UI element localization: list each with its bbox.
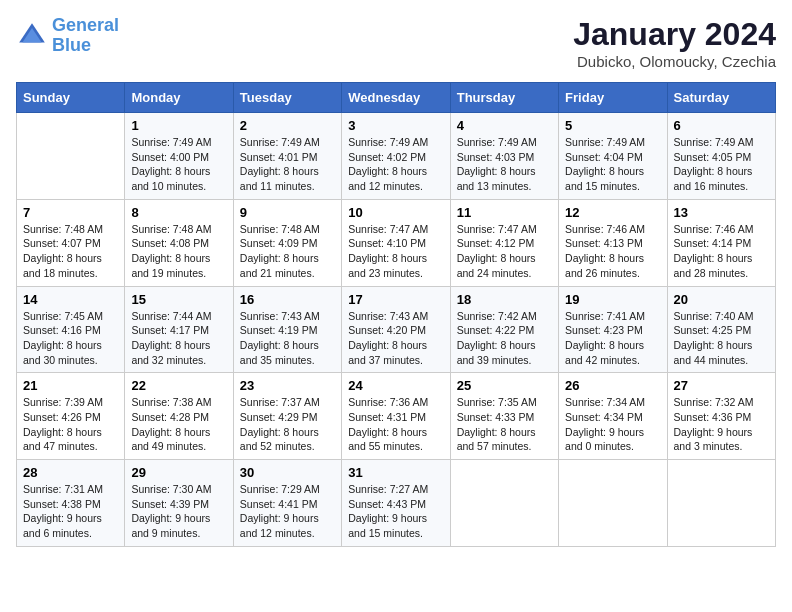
day-number: 18 [457, 292, 552, 307]
day-info: Sunrise: 7:46 AMSunset: 4:13 PMDaylight:… [565, 222, 660, 281]
day-number: 11 [457, 205, 552, 220]
day-number: 30 [240, 465, 335, 480]
day-number: 10 [348, 205, 443, 220]
day-info: Sunrise: 7:27 AMSunset: 4:43 PMDaylight:… [348, 482, 443, 541]
day-cell: 11Sunrise: 7:47 AMSunset: 4:12 PMDayligh… [450, 199, 558, 286]
day-number: 26 [565, 378, 660, 393]
day-info: Sunrise: 7:41 AMSunset: 4:23 PMDaylight:… [565, 309, 660, 368]
header-cell-thursday: Thursday [450, 83, 558, 113]
day-number: 16 [240, 292, 335, 307]
day-info: Sunrise: 7:37 AMSunset: 4:29 PMDaylight:… [240, 395, 335, 454]
day-number: 5 [565, 118, 660, 133]
logo: General Blue [16, 16, 119, 56]
logo-icon [16, 20, 48, 52]
day-info: Sunrise: 7:42 AMSunset: 4:22 PMDaylight:… [457, 309, 552, 368]
header-cell-saturday: Saturday [667, 83, 775, 113]
week-row-1: 1Sunrise: 7:49 AMSunset: 4:00 PMDaylight… [17, 113, 776, 200]
day-info: Sunrise: 7:32 AMSunset: 4:36 PMDaylight:… [674, 395, 769, 454]
day-number: 4 [457, 118, 552, 133]
day-info: Sunrise: 7:47 AMSunset: 4:12 PMDaylight:… [457, 222, 552, 281]
day-cell: 3Sunrise: 7:49 AMSunset: 4:02 PMDaylight… [342, 113, 450, 200]
day-cell: 4Sunrise: 7:49 AMSunset: 4:03 PMDaylight… [450, 113, 558, 200]
header-cell-tuesday: Tuesday [233, 83, 341, 113]
day-info: Sunrise: 7:45 AMSunset: 4:16 PMDaylight:… [23, 309, 118, 368]
day-cell: 20Sunrise: 7:40 AMSunset: 4:25 PMDayligh… [667, 286, 775, 373]
day-info: Sunrise: 7:43 AMSunset: 4:19 PMDaylight:… [240, 309, 335, 368]
day-cell: 17Sunrise: 7:43 AMSunset: 4:20 PMDayligh… [342, 286, 450, 373]
logo-line1: General [52, 15, 119, 35]
day-number: 15 [131, 292, 226, 307]
day-cell: 7Sunrise: 7:48 AMSunset: 4:07 PMDaylight… [17, 199, 125, 286]
logo-text: General Blue [52, 16, 119, 56]
week-row-4: 21Sunrise: 7:39 AMSunset: 4:26 PMDayligh… [17, 373, 776, 460]
day-number: 3 [348, 118, 443, 133]
day-cell: 24Sunrise: 7:36 AMSunset: 4:31 PMDayligh… [342, 373, 450, 460]
day-cell: 12Sunrise: 7:46 AMSunset: 4:13 PMDayligh… [559, 199, 667, 286]
day-cell: 21Sunrise: 7:39 AMSunset: 4:26 PMDayligh… [17, 373, 125, 460]
day-number: 1 [131, 118, 226, 133]
day-info: Sunrise: 7:43 AMSunset: 4:20 PMDaylight:… [348, 309, 443, 368]
header-cell-sunday: Sunday [17, 83, 125, 113]
day-info: Sunrise: 7:29 AMSunset: 4:41 PMDaylight:… [240, 482, 335, 541]
day-cell: 27Sunrise: 7:32 AMSunset: 4:36 PMDayligh… [667, 373, 775, 460]
day-cell: 29Sunrise: 7:30 AMSunset: 4:39 PMDayligh… [125, 460, 233, 547]
day-cell [450, 460, 558, 547]
day-cell: 13Sunrise: 7:46 AMSunset: 4:14 PMDayligh… [667, 199, 775, 286]
main-title: January 2024 [573, 16, 776, 53]
day-cell: 8Sunrise: 7:48 AMSunset: 4:08 PMDaylight… [125, 199, 233, 286]
day-number: 13 [674, 205, 769, 220]
day-number: 9 [240, 205, 335, 220]
day-number: 29 [131, 465, 226, 480]
day-number: 22 [131, 378, 226, 393]
day-number: 6 [674, 118, 769, 133]
day-number: 14 [23, 292, 118, 307]
day-cell: 14Sunrise: 7:45 AMSunset: 4:16 PMDayligh… [17, 286, 125, 373]
day-number: 27 [674, 378, 769, 393]
week-row-3: 14Sunrise: 7:45 AMSunset: 4:16 PMDayligh… [17, 286, 776, 373]
logo-line2: Blue [52, 35, 91, 55]
day-cell: 31Sunrise: 7:27 AMSunset: 4:43 PMDayligh… [342, 460, 450, 547]
page-header: General Blue January 2024 Dubicko, Olomo… [16, 16, 776, 70]
day-number: 2 [240, 118, 335, 133]
day-cell: 10Sunrise: 7:47 AMSunset: 4:10 PMDayligh… [342, 199, 450, 286]
day-number: 12 [565, 205, 660, 220]
day-cell: 2Sunrise: 7:49 AMSunset: 4:01 PMDaylight… [233, 113, 341, 200]
day-info: Sunrise: 7:49 AMSunset: 4:04 PMDaylight:… [565, 135, 660, 194]
day-number: 28 [23, 465, 118, 480]
header-cell-friday: Friday [559, 83, 667, 113]
day-number: 31 [348, 465, 443, 480]
day-cell: 15Sunrise: 7:44 AMSunset: 4:17 PMDayligh… [125, 286, 233, 373]
day-info: Sunrise: 7:39 AMSunset: 4:26 PMDaylight:… [23, 395, 118, 454]
day-number: 7 [23, 205, 118, 220]
day-number: 8 [131, 205, 226, 220]
day-number: 23 [240, 378, 335, 393]
calendar-table: SundayMondayTuesdayWednesdayThursdayFrid… [16, 82, 776, 547]
day-info: Sunrise: 7:44 AMSunset: 4:17 PMDaylight:… [131, 309, 226, 368]
day-cell: 6Sunrise: 7:49 AMSunset: 4:05 PMDaylight… [667, 113, 775, 200]
day-cell: 9Sunrise: 7:48 AMSunset: 4:09 PMDaylight… [233, 199, 341, 286]
day-info: Sunrise: 7:48 AMSunset: 4:09 PMDaylight:… [240, 222, 335, 281]
title-block: January 2024 Dubicko, Olomoucky, Czechia [573, 16, 776, 70]
day-info: Sunrise: 7:49 AMSunset: 4:05 PMDaylight:… [674, 135, 769, 194]
day-cell [17, 113, 125, 200]
day-cell: 1Sunrise: 7:49 AMSunset: 4:00 PMDaylight… [125, 113, 233, 200]
day-info: Sunrise: 7:35 AMSunset: 4:33 PMDaylight:… [457, 395, 552, 454]
day-info: Sunrise: 7:40 AMSunset: 4:25 PMDaylight:… [674, 309, 769, 368]
header-cell-monday: Monday [125, 83, 233, 113]
day-cell: 26Sunrise: 7:34 AMSunset: 4:34 PMDayligh… [559, 373, 667, 460]
day-cell: 23Sunrise: 7:37 AMSunset: 4:29 PMDayligh… [233, 373, 341, 460]
day-cell: 19Sunrise: 7:41 AMSunset: 4:23 PMDayligh… [559, 286, 667, 373]
day-number: 20 [674, 292, 769, 307]
day-info: Sunrise: 7:36 AMSunset: 4:31 PMDaylight:… [348, 395, 443, 454]
week-row-5: 28Sunrise: 7:31 AMSunset: 4:38 PMDayligh… [17, 460, 776, 547]
day-number: 24 [348, 378, 443, 393]
calendar-header: SundayMondayTuesdayWednesdayThursdayFrid… [17, 83, 776, 113]
day-number: 17 [348, 292, 443, 307]
day-info: Sunrise: 7:31 AMSunset: 4:38 PMDaylight:… [23, 482, 118, 541]
day-info: Sunrise: 7:48 AMSunset: 4:08 PMDaylight:… [131, 222, 226, 281]
header-row: SundayMondayTuesdayWednesdayThursdayFrid… [17, 83, 776, 113]
day-cell: 5Sunrise: 7:49 AMSunset: 4:04 PMDaylight… [559, 113, 667, 200]
day-cell: 16Sunrise: 7:43 AMSunset: 4:19 PMDayligh… [233, 286, 341, 373]
day-number: 25 [457, 378, 552, 393]
day-info: Sunrise: 7:34 AMSunset: 4:34 PMDaylight:… [565, 395, 660, 454]
